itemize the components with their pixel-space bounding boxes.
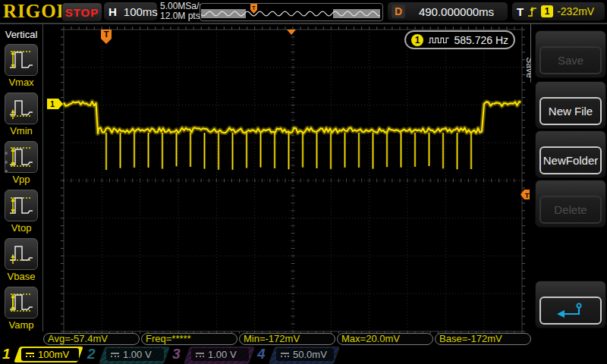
sidebar-item-label: Vbase xyxy=(0,271,42,282)
vbase-icon xyxy=(5,238,38,270)
trigger-source-badge: 1 xyxy=(541,5,553,17)
softkey-new-file-button[interactable]: New File xyxy=(535,81,606,129)
channel-number: 1 xyxy=(2,346,11,362)
dc-coupling-icon xyxy=(281,353,289,357)
channel-number: 4 xyxy=(257,346,266,362)
memory-outside-window xyxy=(201,9,246,18)
dc-coupling-icon xyxy=(196,353,204,357)
channel-1-offset-marker[interactable] xyxy=(47,99,63,109)
sidebar-item-vamp[interactable]: Vamp xyxy=(0,287,42,331)
trigger-label: T xyxy=(517,5,524,18)
channel-2-status[interactable]: 2 1.00 V xyxy=(85,346,168,364)
rigol-logo: RIGOL xyxy=(3,1,70,22)
softkey-new-folder-button[interactable]: NewFolder xyxy=(535,130,606,178)
memory-depth: 12.0M pts xyxy=(160,11,203,21)
delay-label: D xyxy=(392,5,405,18)
measurement-bar: Avg=-57.4mV Freq=***** Min=-172mV Max=20… xyxy=(43,333,531,345)
vertical-measure-sidebar: Vertical Vmax Vmin xyxy=(0,24,42,346)
channel-number: 3 xyxy=(172,346,181,362)
channel-number: 2 xyxy=(87,346,96,362)
timebase-value: 100ms xyxy=(124,5,158,18)
channel-1-trace xyxy=(64,102,521,170)
softkey-label: Save xyxy=(539,46,602,74)
channel-scale: 1.00 V xyxy=(208,349,237,360)
channel-status-bar: 1 100mV 2 1.00 V 3 1.00 V 4 50.0mV xyxy=(0,346,607,364)
sidebar-item-label: Vtop xyxy=(0,222,42,234)
vmin-icon xyxy=(5,93,38,124)
measurement-max: Max=20.0mV xyxy=(337,333,433,345)
oscilloscope-screen: RIGOL STOP H 100ms 5.00MSa/s 12.0M pts T… xyxy=(0,0,607,364)
trigger-status-box[interactable]: T 1 -232mV xyxy=(512,2,605,20)
channel-4-status[interactable]: 4 50.0mV xyxy=(255,346,338,364)
channel-scale: 1.00 V xyxy=(123,349,152,360)
waveform-display: 1TT xyxy=(43,23,531,334)
measurement-avg: Avg=-57.4mV xyxy=(43,333,140,345)
softkey-menu: Save New File NewFolder Delete xyxy=(531,24,607,346)
softkey-save-button[interactable]: Save xyxy=(535,30,606,78)
run-stop-status[interactable]: STOP xyxy=(61,2,102,22)
vmax-icon xyxy=(5,44,38,76)
frequency-counter-badge: 1 585.726 Hz xyxy=(404,30,515,49)
sidebar-item-label: Vmax xyxy=(0,77,42,88)
sidebar-item-vmax[interactable]: Vmax xyxy=(0,44,42,88)
softkey-back-button[interactable] xyxy=(535,281,606,328)
dc-coupling-icon xyxy=(26,353,34,357)
softkey-delete-button[interactable]: Delete xyxy=(535,180,606,228)
svg-text:T: T xyxy=(104,30,109,39)
graticule-grid xyxy=(61,27,525,334)
measure-menu-title: Vertical xyxy=(0,29,42,40)
channel-1-status[interactable]: 1 100mV xyxy=(0,346,83,364)
dc-coupling-icon xyxy=(111,353,119,357)
vtop-icon xyxy=(5,190,38,221)
scope-markers: 1TT xyxy=(47,30,530,199)
measurement-freq: Freq=***** xyxy=(141,333,237,345)
softkey-label: Delete xyxy=(539,196,602,224)
sidebar-item-label: Vamp xyxy=(0,319,42,331)
measurement-min: Min=-172mV xyxy=(239,333,335,345)
svg-text:T: T xyxy=(525,192,530,199)
horizontal-label: H xyxy=(109,5,117,18)
vpp-icon xyxy=(5,141,38,173)
vamp-icon xyxy=(5,287,38,318)
measurement-base: Base=-172mV xyxy=(435,333,531,345)
sidebar-item-label: Vmin xyxy=(0,125,42,136)
pulse-train-icon xyxy=(428,35,449,46)
trigger-delay-indicator xyxy=(287,30,296,35)
horizontal-timebase-box[interactable]: H 100ms xyxy=(104,2,157,20)
sidebar-item-vmin[interactable]: Vmin xyxy=(0,93,42,136)
top-status-bar: RIGOL STOP H 100ms 5.00MSa/s 12.0M pts T… xyxy=(0,0,607,23)
trigger-edge-icon xyxy=(527,6,537,17)
sidebar-item-vtop[interactable]: Vtop xyxy=(0,190,42,234)
return-arrow-icon xyxy=(555,302,586,320)
softkey-label: New File xyxy=(539,97,602,125)
svg-text:T: T xyxy=(252,5,256,11)
channel-3-status[interactable]: 3 1.00 V xyxy=(170,346,253,364)
waveform-memory-preview: T xyxy=(200,3,383,21)
svg-text:1: 1 xyxy=(50,100,55,108)
menu-scroll-dots xyxy=(5,146,8,179)
delay-value: 490.000000ms xyxy=(405,5,508,18)
acquisition-info: 5.00MSa/s 12.0M pts xyxy=(160,2,203,21)
channel-scale: 100mV xyxy=(38,349,69,360)
softkey-label: NewFolder xyxy=(539,146,602,174)
freq-counter-value: 585.726 Hz xyxy=(454,34,508,46)
trigger-delay-box[interactable]: D 490.000000ms xyxy=(388,2,508,20)
sidebar-item-vbase[interactable]: Vbase xyxy=(0,238,42,282)
memory-preview-graphic: T xyxy=(200,4,381,19)
trigger-level-value: -232mV xyxy=(557,5,594,17)
freq-counter-channel: 1 xyxy=(411,34,423,46)
channel-scale: 50.0mV xyxy=(293,349,327,360)
